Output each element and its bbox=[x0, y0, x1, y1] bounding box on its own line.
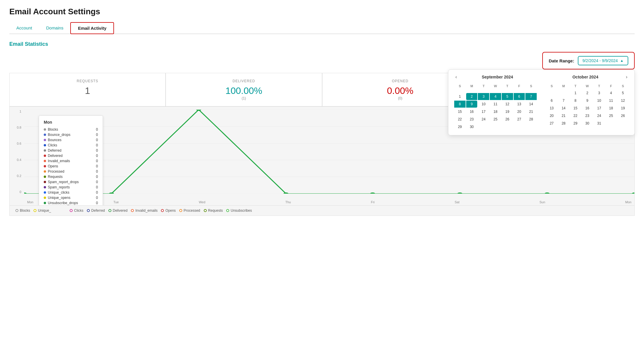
cal-day-header: T bbox=[502, 83, 513, 89]
cal-day[interactable]: 1 bbox=[454, 93, 466, 100]
cal-day[interactable]: 14 bbox=[525, 101, 537, 108]
cal-day[interactable]: 7 bbox=[558, 97, 569, 104]
cal-day[interactable]: 15 bbox=[454, 108, 466, 115]
y-label: 0 bbox=[20, 190, 21, 194]
tooltip-row-value: 0 bbox=[96, 175, 98, 179]
cal-day[interactable]: 17 bbox=[594, 105, 605, 112]
cal-day-header: T bbox=[594, 83, 605, 89]
cal-day[interactable]: 13 bbox=[546, 105, 557, 112]
cal-day[interactable]: 6 bbox=[514, 93, 525, 100]
x-label: Sun bbox=[540, 200, 545, 204]
cal-day[interactable]: 18 bbox=[606, 105, 617, 112]
tooltip-row: Blocks 0 bbox=[44, 127, 98, 132]
tooltip-dot bbox=[44, 165, 46, 167]
cal-day[interactable]: 6 bbox=[546, 97, 557, 104]
tooltip-row-value: 0 bbox=[96, 143, 98, 147]
cal-day[interactable]: 11 bbox=[606, 97, 617, 104]
cal-day[interactable]: 3 bbox=[594, 90, 605, 97]
cal-day[interactable]: 10 bbox=[594, 97, 605, 104]
cal-day bbox=[525, 123, 537, 130]
tooltip-dot bbox=[44, 160, 46, 162]
tab-domains[interactable]: Domains bbox=[39, 22, 70, 34]
cal-prev-button[interactable]: ‹ bbox=[454, 74, 458, 80]
cal-day[interactable]: 25 bbox=[606, 112, 617, 119]
tooltip-dot bbox=[44, 186, 46, 188]
cal-day[interactable]: 2 bbox=[582, 90, 593, 97]
tooltip-row: Spam_reports 0 bbox=[44, 185, 98, 189]
cal-day[interactable]: 22 bbox=[454, 116, 466, 123]
cal-day[interactable]: 29 bbox=[570, 120, 581, 127]
cal-day[interactable]: 1 bbox=[570, 90, 581, 97]
cal-day[interactable]: 23 bbox=[582, 112, 593, 119]
cal-day[interactable]: 2 bbox=[466, 93, 478, 100]
cal-day[interactable]: 26 bbox=[502, 116, 513, 123]
cal-day[interactable]: 31 bbox=[594, 120, 605, 127]
cal-day[interactable]: 17 bbox=[478, 108, 489, 115]
cal-day[interactable]: 15 bbox=[570, 105, 581, 112]
date-range-picker[interactable]: 9/2/2024 - 9/9/2024 ▲ bbox=[578, 56, 628, 65]
cal-day bbox=[617, 120, 629, 127]
cal-day[interactable]: 23 bbox=[466, 116, 478, 123]
cal-day[interactable]: 8 bbox=[570, 97, 581, 104]
cal-day[interactable]: 7 bbox=[525, 93, 537, 100]
cal-day[interactable]: 30 bbox=[466, 123, 478, 130]
y-labels: 10.80.60.40.20 bbox=[10, 110, 23, 194]
tooltip-box: Mon Blocks 0 Bounce_drops 0 Bounces 0 Cl… bbox=[39, 115, 103, 206]
cal-day[interactable]: 22 bbox=[570, 112, 581, 119]
cal-day[interactable]: 20 bbox=[546, 112, 557, 119]
cal-day[interactable]: 18 bbox=[490, 108, 501, 115]
calendar-october: October 2024 › SMTWTFS123456789101112131… bbox=[546, 74, 629, 130]
tooltip-dot bbox=[44, 176, 46, 178]
cal-day[interactable]: 5 bbox=[617, 90, 629, 97]
tooltip-row: Opens 0 bbox=[44, 164, 98, 168]
cal-day[interactable]: 3 bbox=[478, 93, 489, 100]
cal-day[interactable]: 19 bbox=[502, 108, 513, 115]
cal-day[interactable]: 8 bbox=[454, 101, 466, 108]
cal-day[interactable]: 14 bbox=[558, 105, 569, 112]
calendar-september: ‹ September 2024 SMTWTFS1234567891011121… bbox=[454, 74, 537, 130]
cal-day[interactable]: 21 bbox=[525, 108, 537, 115]
y-label: 0.8 bbox=[17, 126, 21, 129]
cal-day[interactable]: 20 bbox=[514, 108, 525, 115]
x-label: Tue bbox=[113, 200, 119, 204]
cal-day[interactable]: 27 bbox=[514, 116, 525, 123]
oct-calendar-grid: SMTWTFS123456789101112131415161718192021… bbox=[546, 83, 629, 127]
cal-day bbox=[606, 120, 617, 127]
cal-day[interactable]: 25 bbox=[490, 116, 501, 123]
tab-account[interactable]: Account bbox=[9, 22, 39, 34]
svg-point-13 bbox=[632, 192, 634, 194]
cal-next-button[interactable]: › bbox=[625, 74, 629, 80]
cal-day[interactable]: 10 bbox=[478, 101, 489, 108]
cal-day[interactable]: 28 bbox=[525, 116, 537, 123]
cal-day-header: M bbox=[466, 83, 478, 89]
x-label: Mon bbox=[625, 200, 631, 204]
cal-day[interactable]: 12 bbox=[502, 101, 513, 108]
cal-day[interactable]: 12 bbox=[617, 97, 629, 104]
cal-day[interactable]: 19 bbox=[617, 105, 629, 112]
cal-day[interactable]: 27 bbox=[546, 120, 557, 127]
cal-day[interactable]: 24 bbox=[478, 116, 489, 123]
tab-email-activity[interactable]: Email Activity bbox=[70, 22, 114, 34]
cal-day[interactable]: 24 bbox=[594, 112, 605, 119]
cal-day[interactable]: 26 bbox=[617, 112, 629, 119]
cal-day[interactable]: 5 bbox=[502, 93, 513, 100]
tooltip-row-label: Unique_clicks bbox=[48, 190, 69, 195]
cal-day[interactable]: 13 bbox=[514, 101, 525, 108]
cal-day[interactable]: 21 bbox=[558, 112, 569, 119]
cal-day[interactable]: 30 bbox=[582, 120, 593, 127]
cal-day[interactable]: 9 bbox=[466, 101, 478, 108]
cal-day[interactable]: 4 bbox=[490, 93, 501, 100]
cal-day-header: W bbox=[582, 83, 593, 89]
cal-day[interactable]: 9 bbox=[582, 97, 593, 104]
stat-sub-delivered: (1) bbox=[172, 96, 316, 100]
cal-day[interactable]: 28 bbox=[558, 120, 569, 127]
calendar-overlay: ‹ September 2024 SMTWTFS1234567891011121… bbox=[448, 69, 635, 135]
cal-day[interactable]: 16 bbox=[582, 105, 593, 112]
tooltip-row-value: 0 bbox=[96, 185, 98, 189]
cal-day[interactable]: 11 bbox=[490, 101, 501, 108]
date-range-label: Date Range: bbox=[549, 58, 574, 63]
cal-day[interactable]: 16 bbox=[466, 108, 478, 115]
tooltip-row-label: Unsubscribe_drops bbox=[48, 201, 78, 205]
cal-day[interactable]: 4 bbox=[606, 90, 617, 97]
cal-day[interactable]: 29 bbox=[454, 123, 466, 130]
